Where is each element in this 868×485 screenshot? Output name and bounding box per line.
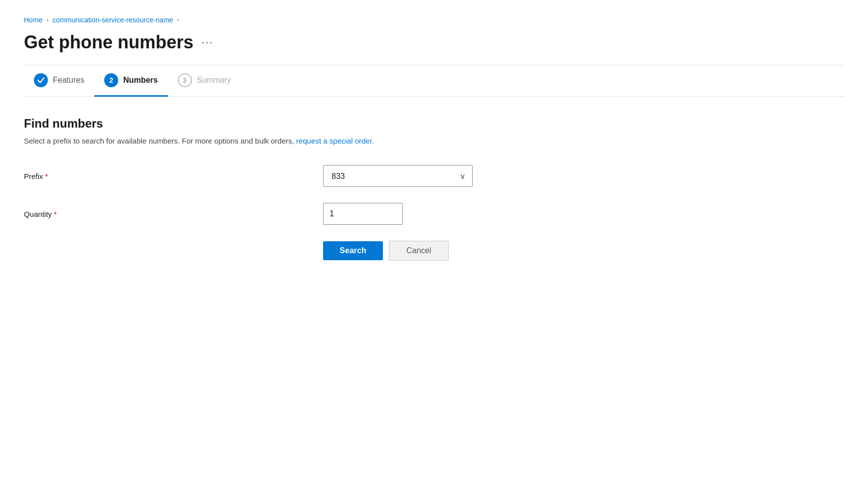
find-numbers-title: Find numbers <box>24 117 844 131</box>
breadcrumb-home[interactable]: Home <box>24 16 42 24</box>
cancel-button[interactable]: Cancel <box>389 241 449 261</box>
breadcrumb-separator-1: › <box>46 16 48 23</box>
tab-numbers-label: Numbers <box>123 76 158 85</box>
page-header: Get phone numbers ··· <box>24 32 844 53</box>
breadcrumb-separator-2: › <box>177 16 179 23</box>
prefix-select-wrapper: 800 833 844 855 866 877 888 ∨ <box>323 165 473 187</box>
search-button[interactable]: Search <box>323 241 383 260</box>
tab-features-icon <box>34 73 48 87</box>
breadcrumb-resource[interactable]: communication-service-resource-name <box>52 16 173 24</box>
breadcrumb: Home › communication-service-resource-na… <box>24 16 844 24</box>
tab-features-label: Features <box>53 76 84 85</box>
page-menu-button[interactable]: ··· <box>201 36 213 49</box>
quantity-label: Quantity* <box>24 210 323 218</box>
action-buttons: Search Cancel <box>323 241 844 261</box>
tabs-container: Features 2 Numbers 3 Summary <box>24 65 844 97</box>
quantity-input[interactable] <box>323 203 403 225</box>
special-order-link[interactable]: request a special order <box>296 137 372 145</box>
prefix-form-group: Prefix* 800 833 844 855 866 877 888 ∨ <box>24 165 844 187</box>
quantity-form-group: Quantity* <box>24 203 844 225</box>
prefix-required-star: * <box>45 172 48 180</box>
tab-numbers-icon: 2 <box>104 73 118 87</box>
tab-summary-icon: 3 <box>178 73 192 87</box>
quantity-required-star: * <box>54 210 57 218</box>
prefix-select[interactable]: 800 833 844 855 866 877 888 <box>323 165 473 187</box>
tab-summary: 3 Summary <box>168 65 241 97</box>
page-title: Get phone numbers <box>24 32 193 53</box>
tab-numbers[interactable]: 2 Numbers <box>94 65 168 97</box>
tab-summary-label: Summary <box>197 76 231 85</box>
tab-features[interactable]: Features <box>24 65 94 97</box>
prefix-label: Prefix* <box>24 172 323 180</box>
find-numbers-section: Find numbers Select a prefix to search f… <box>24 117 844 261</box>
find-numbers-description: Select a prefix to search for available … <box>24 137 844 145</box>
